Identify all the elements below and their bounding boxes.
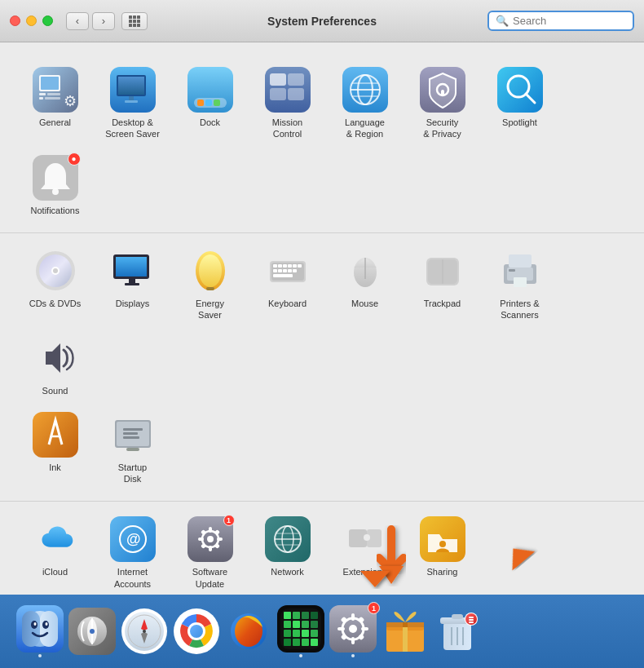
dock-item-launchpad[interactable] <box>68 608 116 655</box>
pref-extensions[interactable]: Extensions <box>326 508 404 595</box>
dock-item-finder[interactable] <box>16 605 64 657</box>
svg-rect-188 <box>452 614 463 619</box>
svg-rect-168 <box>302 639 309 646</box>
svg-rect-196 <box>469 622 474 623</box>
trackpad-icon <box>420 248 465 294</box>
dock-icon <box>187 67 233 113</box>
pref-sound[interactable]: Sound <box>16 327 94 403</box>
back-button[interactable]: ‹ <box>66 12 89 30</box>
ink-label: Ink <box>49 462 61 473</box>
pref-sharing[interactable]: Sharing <box>404 508 481 595</box>
svg-rect-174 <box>351 637 355 644</box>
sysprefs-dot <box>351 654 355 657</box>
sysprefs-badge: 1 <box>368 602 380 614</box>
displays-label: Displays <box>116 298 150 309</box>
svg-point-40 <box>53 268 58 273</box>
dock-item-chrome[interactable] <box>173 608 220 655</box>
pref-security[interactable]: Security& Privacy <box>404 59 481 147</box>
pref-dock[interactable]: Dock <box>171 59 249 147</box>
dock-item-pixelmator[interactable] <box>277 605 324 657</box>
svg-rect-69 <box>509 254 532 268</box>
svg-rect-54 <box>293 264 297 268</box>
pref-notifications[interactable]: ● Notifications <box>16 147 94 223</box>
trackpad-label: Trackpad <box>424 298 461 309</box>
svg-rect-159 <box>293 621 300 628</box>
safari-icon <box>121 608 168 655</box>
grid-icon <box>129 15 140 27</box>
icloud-label: iCloud <box>42 566 68 577</box>
security-label: Security& Privacy <box>423 117 461 140</box>
dock-item-sysprefs[interactable]: 1 <box>329 605 377 657</box>
trash-icon <box>434 608 481 655</box>
svg-rect-5 <box>39 97 43 100</box>
startup-label: StartupDisk <box>118 462 147 485</box>
energy-label: EnergySaver <box>196 298 224 321</box>
pref-displays[interactable]: Displays <box>94 240 171 328</box>
search-box[interactable]: 🔍 <box>487 11 634 31</box>
svg-point-103 <box>439 541 446 547</box>
pref-spotlight[interactable]: Spotlight <box>481 59 558 147</box>
pref-cds[interactable]: CDs & DVDs <box>16 240 94 328</box>
svg-rect-51 <box>278 264 282 268</box>
svg-point-141 <box>90 629 95 634</box>
svg-rect-21 <box>270 88 286 100</box>
pref-keyboard[interactable]: Keyboard <box>249 240 326 328</box>
svg-rect-31 <box>441 90 444 96</box>
pref-software-update[interactable]: 1 SoftwareUpdate <box>171 508 249 595</box>
pref-desktop[interactable]: Desktop &Screen Saver <box>94 59 171 147</box>
dock-item-trash[interactable] <box>434 608 481 655</box>
pref-startup[interactable]: StartupDisk <box>94 404 171 492</box>
svg-rect-71 <box>509 269 515 272</box>
extensions-icon <box>342 516 388 562</box>
svg-rect-15 <box>197 100 204 106</box>
pref-internet-accounts[interactable]: @ InternetAccounts <box>94 508 171 595</box>
svg-rect-162 <box>284 630 291 637</box>
pixelmator-icon <box>277 605 324 653</box>
pref-trackpad[interactable]: Trackpad <box>404 240 481 328</box>
svg-rect-176 <box>361 627 368 630</box>
dock-item-firefox[interactable] <box>225 608 272 655</box>
section-hardware: CDs & DVDs Displays <box>0 233 644 502</box>
sharing-icon <box>420 516 465 562</box>
svg-point-150 <box>190 625 203 638</box>
dock-item-giftbox[interactable] <box>382 608 429 655</box>
pref-mouse[interactable]: Mouse <box>326 240 404 328</box>
search-input[interactable] <box>513 15 626 27</box>
mission-label: MissionControl <box>272 117 302 140</box>
internet-accounts-label: InternetAccounts <box>114 566 151 590</box>
pref-ink[interactable]: Ink <box>16 404 94 492</box>
sharing-label: Sharing <box>427 566 458 577</box>
traffic-lights <box>10 15 53 26</box>
software-update-badge: 1 <box>223 515 235 526</box>
grid-view-button[interactable] <box>121 12 148 30</box>
svg-rect-10 <box>118 77 144 95</box>
dock-item-safari[interactable] <box>121 608 168 655</box>
svg-rect-87 <box>198 537 204 541</box>
svg-point-139 <box>46 622 48 626</box>
svg-rect-155 <box>293 612 300 619</box>
fullscreen-button[interactable] <box>42 15 53 26</box>
svg-rect-77 <box>123 436 139 439</box>
svg-rect-4 <box>47 93 60 95</box>
svg-rect-47 <box>206 287 214 290</box>
pref-network[interactable]: Network <box>249 508 326 595</box>
pref-printers[interactable]: Printers &Scanners <box>481 240 558 328</box>
minimize-button[interactable] <box>26 15 37 26</box>
pref-language[interactable]: Language& Region <box>326 59 404 147</box>
svg-rect-134 <box>22 611 40 647</box>
pref-icloud[interactable]: iCloud <box>16 508 94 595</box>
svg-rect-156 <box>302 612 309 619</box>
keyboard-label: Keyboard <box>268 298 307 309</box>
svg-rect-195 <box>469 619 474 621</box>
svg-rect-52 <box>283 264 287 268</box>
sysprefs-dock-icon: 1 <box>329 605 377 653</box>
pref-general[interactable]: ⚙ General <box>16 59 94 147</box>
close-button[interactable] <box>10 15 20 26</box>
pref-mission[interactable]: MissionControl <box>249 59 326 147</box>
pref-energy[interactable]: EnergySaver <box>171 240 249 328</box>
cds-icon <box>33 248 78 294</box>
launchpad-icon <box>68 608 116 655</box>
icon-grid-hardware2: Ink StartupDisk <box>16 404 628 492</box>
forward-button[interactable]: › <box>92 12 115 30</box>
svg-rect-60 <box>293 269 297 272</box>
